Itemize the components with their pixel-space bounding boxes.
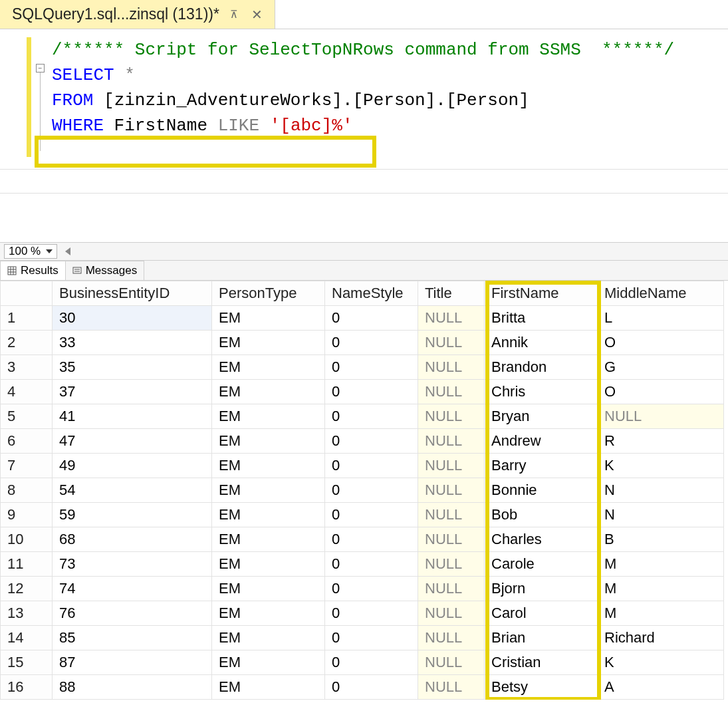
cell-title[interactable]: NULL — [418, 552, 485, 577]
cell-middlename[interactable]: R — [598, 429, 724, 454]
cell-title[interactable]: NULL — [418, 331, 485, 355]
cell-persontype[interactable]: EM — [212, 478, 325, 503]
cell-title[interactable]: NULL — [418, 454, 485, 478]
table-row[interactable]: 233EM0NULLAnnikO — [1, 331, 724, 355]
cell-firstname[interactable]: Charles — [485, 527, 598, 552]
cell-title[interactable]: NULL — [418, 527, 485, 552]
cell-persontype[interactable]: EM — [212, 527, 325, 552]
cell-businessentityid[interactable]: 59 — [53, 503, 212, 527]
cell-namestyle[interactable]: 0 — [325, 306, 418, 331]
cell-title[interactable]: NULL — [418, 306, 485, 331]
cell-persontype[interactable]: EM — [212, 626, 325, 650]
zoom-dropdown[interactable]: 100 % — [4, 244, 57, 259]
cell-firstname[interactable]: Bob — [485, 503, 598, 527]
table-row[interactable]: 1173EM0NULLCaroleM — [1, 552, 724, 577]
cell-persontype[interactable]: EM — [212, 355, 325, 380]
cell-persontype[interactable]: EM — [212, 552, 325, 577]
cell-persontype[interactable]: EM — [212, 503, 325, 527]
tab-messages[interactable]: Messages — [65, 261, 144, 280]
cell-businessentityid[interactable]: 87 — [53, 650, 212, 675]
cell-middlename[interactable]: K — [598, 650, 724, 675]
row-number[interactable]: 3 — [1, 355, 53, 380]
table-row[interactable]: 1068EM0NULLCharlesB — [1, 527, 724, 552]
row-number[interactable]: 16 — [1, 675, 53, 700]
cell-middlename[interactable]: L — [598, 306, 724, 331]
cell-businessentityid[interactable]: 35 — [53, 355, 212, 380]
table-row[interactable]: 1274EM0NULLBjornM — [1, 577, 724, 601]
sql-text[interactable]: /****** Script for SelectTopNRows comman… — [32, 29, 728, 242]
table-row[interactable]: 647EM0NULLAndrewR — [1, 429, 724, 454]
row-number[interactable]: 13 — [1, 601, 53, 626]
cell-namestyle[interactable]: 0 — [325, 552, 418, 577]
cell-title[interactable]: NULL — [418, 478, 485, 503]
pin-icon[interactable]: ⊼ — [227, 7, 241, 22]
cell-middlename[interactable]: O — [598, 380, 724, 404]
row-number[interactable]: 11 — [1, 552, 53, 577]
cell-middlename[interactable]: M — [598, 552, 724, 577]
cell-namestyle[interactable]: 0 — [325, 601, 418, 626]
cell-namestyle[interactable]: 0 — [325, 626, 418, 650]
row-number[interactable]: 4 — [1, 380, 53, 404]
column-header[interactable]: MiddleName — [598, 281, 724, 306]
cell-persontype[interactable]: EM — [212, 650, 325, 675]
table-row[interactable]: 437EM0NULLChrisO — [1, 380, 724, 404]
cell-firstname[interactable]: Carol — [485, 601, 598, 626]
cell-firstname[interactable]: Brian — [485, 626, 598, 650]
cell-namestyle[interactable]: 0 — [325, 650, 418, 675]
cell-middlename[interactable]: K — [598, 454, 724, 478]
cell-businessentityid[interactable]: 73 — [53, 552, 212, 577]
row-number[interactable]: 1 — [1, 306, 53, 331]
cell-namestyle[interactable]: 0 — [325, 331, 418, 355]
cell-middlename[interactable]: G — [598, 355, 724, 380]
row-number[interactable]: 8 — [1, 478, 53, 503]
cell-firstname[interactable]: Britta — [485, 306, 598, 331]
cell-middlename[interactable]: B — [598, 527, 724, 552]
column-header[interactable]: BusinessEntityID — [53, 281, 212, 306]
table-row[interactable]: 854EM0NULLBonnieN — [1, 478, 724, 503]
table-row[interactable]: 130EM0NULLBrittaL — [1, 306, 724, 331]
cell-businessentityid[interactable]: 37 — [53, 380, 212, 404]
table-row[interactable]: 1688EM0NULLBetsyA — [1, 675, 724, 700]
cell-namestyle[interactable]: 0 — [325, 355, 418, 380]
cell-title[interactable]: NULL — [418, 601, 485, 626]
cell-firstname[interactable]: Betsy — [485, 675, 598, 700]
cell-namestyle[interactable]: 0 — [325, 503, 418, 527]
row-number[interactable]: 10 — [1, 527, 53, 552]
column-header[interactable]: PersonType — [212, 281, 325, 306]
sql-editor[interactable]: − /****** Script for SelectTopNRows comm… — [0, 29, 728, 242]
cell-businessentityid[interactable]: 74 — [53, 577, 212, 601]
cell-title[interactable]: NULL — [418, 380, 485, 404]
cell-businessentityid[interactable]: 85 — [53, 626, 212, 650]
cell-title[interactable]: NULL — [418, 429, 485, 454]
cell-firstname[interactable]: Andrew — [485, 429, 598, 454]
cell-middlename[interactable]: M — [598, 577, 724, 601]
cell-title[interactable]: NULL — [418, 650, 485, 675]
cell-middlename[interactable]: N — [598, 503, 724, 527]
cell-namestyle[interactable]: 0 — [325, 454, 418, 478]
row-number[interactable]: 9 — [1, 503, 53, 527]
table-row[interactable]: 749EM0NULLBarryK — [1, 454, 724, 478]
row-number[interactable]: 2 — [1, 331, 53, 355]
cell-businessentityid[interactable]: 33 — [53, 331, 212, 355]
table-row[interactable]: 541EM0NULLBryanNULL — [1, 404, 724, 429]
row-number[interactable]: 14 — [1, 626, 53, 650]
row-number[interactable]: 15 — [1, 650, 53, 675]
cell-persontype[interactable]: EM — [212, 577, 325, 601]
document-tab[interactable]: SQLQuery1.sql...zinsql (131))* ⊼ ✕ — [0, 0, 275, 29]
row-number[interactable]: 6 — [1, 429, 53, 454]
cell-businessentityid[interactable]: 30 — [53, 306, 212, 331]
cell-persontype[interactable]: EM — [212, 380, 325, 404]
outline-collapse-icon[interactable]: − — [36, 64, 45, 72]
cell-namestyle[interactable]: 0 — [325, 404, 418, 429]
cell-businessentityid[interactable]: 47 — [53, 429, 212, 454]
column-header[interactable]: NameStyle — [325, 281, 418, 306]
cell-businessentityid[interactable]: 49 — [53, 454, 212, 478]
column-header[interactable]: FirstName — [485, 281, 598, 306]
scroll-left-icon[interactable] — [65, 247, 70, 255]
cell-persontype[interactable]: EM — [212, 454, 325, 478]
cell-namestyle[interactable]: 0 — [325, 478, 418, 503]
cell-middlename[interactable]: Richard — [598, 626, 724, 650]
table-row[interactable]: 1587EM0NULLCristianK — [1, 650, 724, 675]
tab-results[interactable]: Results — [0, 261, 66, 280]
cell-title[interactable]: NULL — [418, 577, 485, 601]
